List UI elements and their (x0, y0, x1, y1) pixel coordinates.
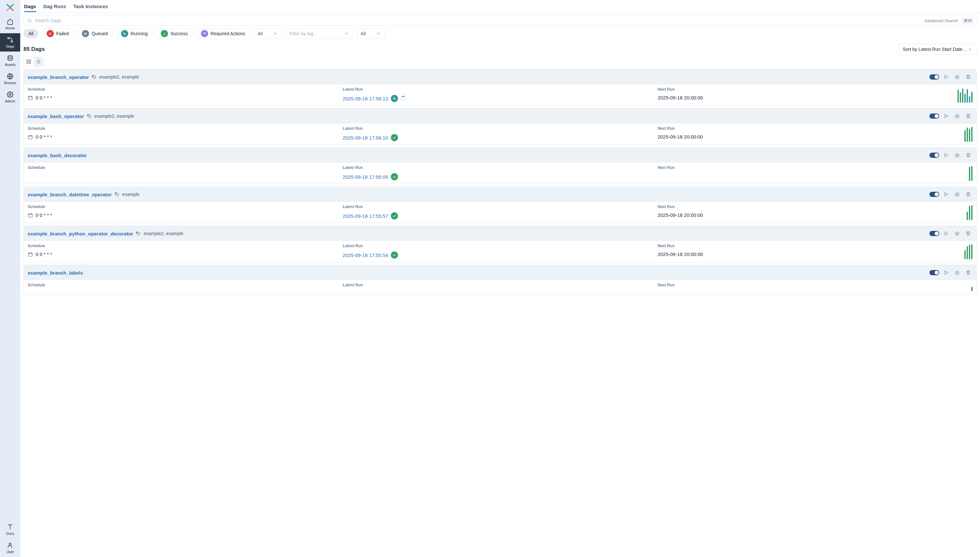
latest-run-link[interactable]: 2025-09-18 17:56:10 (342, 135, 388, 140)
run-bar[interactable] (971, 92, 972, 103)
dag-list[interactable]: example_branch_operator example2, exampl… (20, 69, 980, 557)
run-bar[interactable] (962, 88, 964, 103)
delete-button[interactable] (964, 73, 972, 81)
run-history-bars (964, 127, 972, 142)
dag-name-link[interactable]: example_branch_operator (28, 74, 89, 80)
latest-run-link[interactable]: 2025-09-18 17:55:54 (342, 252, 388, 258)
trigger-button[interactable] (942, 269, 950, 277)
dag-head: example_branch_datetime_operator example (24, 187, 977, 202)
next-run-label: Next Run (658, 283, 972, 287)
status-success-icon (391, 212, 398, 220)
run-bar[interactable] (971, 244, 972, 259)
run-bar[interactable] (957, 90, 959, 103)
dag-tags: example2, example (95, 114, 134, 119)
dag-name-link[interactable]: example_bash_decorator (28, 153, 87, 158)
failed-icon (47, 30, 54, 37)
nav-home[interactable]: Home (0, 15, 20, 33)
run-bar[interactable] (969, 206, 970, 220)
favorite-button[interactable] (953, 190, 961, 199)
delete-button[interactable] (964, 269, 972, 277)
trigger-button[interactable] (942, 73, 950, 81)
nav-user[interactable]: User (0, 539, 20, 557)
run-bar[interactable] (971, 166, 972, 181)
favorite-button[interactable] (953, 151, 961, 160)
svg-point-2 (8, 56, 12, 57)
status-running-icon (391, 95, 398, 102)
sort-select[interactable]: Sort by Latest Run Start Date… (898, 44, 977, 55)
favorite-button[interactable] (953, 112, 961, 121)
latest-run-link[interactable]: 2025-09-18 17:56:05 (342, 174, 388, 180)
run-bar[interactable] (971, 205, 972, 220)
run-bar[interactable] (971, 287, 972, 291)
trigger-button[interactable] (942, 112, 950, 121)
nav-docs[interactable]: Docs (0, 521, 20, 539)
dag-name-link[interactable]: example_branch_python_operator_decorator (28, 231, 133, 236)
run-bar[interactable] (964, 130, 965, 142)
view-grid-button[interactable] (24, 57, 34, 66)
nav-dags[interactable]: Dags (0, 33, 20, 52)
filter-dropdown-3[interactable]: All (356, 28, 385, 39)
run-bar[interactable] (967, 212, 968, 220)
delete-button[interactable] (964, 112, 972, 121)
delete-button[interactable] (964, 229, 972, 238)
dag-toggle[interactable] (929, 270, 939, 275)
latest-run-link[interactable]: 2025-09-18 17:55:57 (342, 213, 388, 219)
filter-queued[interactable]: Queued (77, 28, 113, 39)
nav-assets[interactable]: Assets (0, 52, 20, 70)
filter-running[interactable]: Running (116, 28, 153, 39)
dag-tags: example2, example (143, 231, 183, 236)
run-bar[interactable] (969, 129, 970, 142)
tab-task-instances[interactable]: Task Instances (73, 1, 108, 12)
filter-by-tag[interactable]: Filter by tag (285, 28, 353, 39)
delete-button[interactable] (964, 151, 972, 160)
dag-name-link[interactable]: example_branch_datetime_operator (28, 192, 112, 197)
status-success-icon (391, 251, 398, 259)
svg-rect-8 (27, 60, 28, 61)
trigger-button[interactable] (942, 229, 950, 238)
delete-button[interactable] (964, 190, 972, 199)
nav-browse[interactable]: Browse (0, 70, 20, 88)
run-bar[interactable] (964, 94, 965, 103)
schedule-label: Schedule (28, 87, 342, 92)
run-bar[interactable] (964, 250, 965, 259)
dag-toggle[interactable] (929, 231, 939, 236)
svg-rect-13 (28, 96, 32, 100)
svg-point-14 (88, 115, 88, 116)
dag-name-link[interactable]: example_bash_operator (28, 114, 84, 119)
trigger-button[interactable] (942, 190, 950, 199)
run-bar[interactable] (969, 96, 970, 103)
view-list-button[interactable] (34, 57, 43, 66)
calendar-icon (28, 134, 33, 140)
run-bar[interactable] (969, 245, 970, 259)
run-bar[interactable] (967, 246, 968, 259)
favorite-button[interactable] (953, 229, 961, 238)
filter-dropdown-1[interactable]: All (253, 28, 282, 39)
nav-admin[interactable]: Admin (0, 88, 20, 106)
dag-card: example_bash_operator example2, example … (23, 108, 977, 145)
latest-run-label: Latest Run (342, 165, 657, 170)
run-bar[interactable] (967, 89, 968, 103)
advanced-search-link[interactable]: Advanced Search (925, 18, 958, 23)
filter-success[interactable]: Success (156, 28, 193, 39)
favorite-button[interactable] (953, 73, 961, 81)
run-bar[interactable] (969, 167, 970, 181)
search-input[interactable] (35, 18, 922, 23)
run-bar[interactable] (967, 127, 968, 142)
dag-toggle[interactable] (929, 74, 939, 80)
tab-dags[interactable]: Dags (24, 1, 36, 12)
run-bar[interactable] (971, 127, 972, 142)
dag-toggle[interactable] (929, 153, 939, 158)
dag-toggle[interactable] (929, 114, 939, 119)
dag-name-link[interactable]: example_branch_labels (28, 270, 83, 275)
filter-failed[interactable]: Failed (42, 28, 74, 39)
run-bar[interactable] (960, 92, 961, 103)
latest-run-link[interactable]: 2025-09-18 17:56:13 (342, 96, 388, 101)
dag-schedule-value: 0 0 * * * (36, 95, 52, 101)
trigger-button[interactable] (942, 151, 950, 160)
favorite-button[interactable] (953, 269, 961, 277)
schedule-label: Schedule (28, 204, 342, 209)
filter-all[interactable]: All (23, 29, 39, 38)
tab-dag-runs[interactable]: Dag Runs (43, 1, 66, 12)
dag-toggle[interactable] (929, 192, 939, 197)
filter-required-actions[interactable]: Required Actions (196, 28, 250, 39)
